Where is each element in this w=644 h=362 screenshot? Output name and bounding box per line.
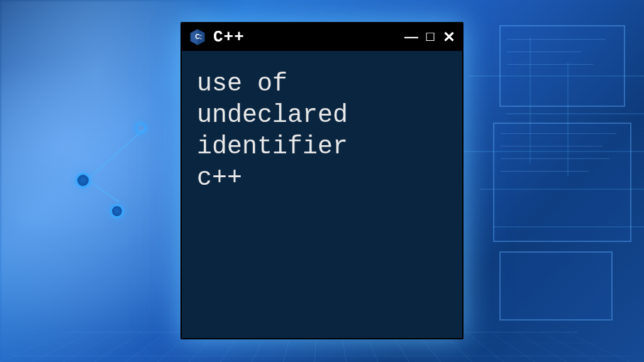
decorative-panel <box>493 123 631 242</box>
network-node <box>75 173 91 188</box>
network-node <box>110 204 124 218</box>
close-button[interactable]: ✕ <box>442 30 456 45</box>
network-node <box>135 123 147 134</box>
window-title: C++ <box>213 28 404 47</box>
maximize-button[interactable]: ☐ <box>423 31 437 43</box>
svg-text:+: + <box>200 37 202 40</box>
decorative-panel <box>499 25 625 107</box>
window-titlebar[interactable]: C + + C++ — ☐ ✕ <box>182 23 462 51</box>
svg-text:C: C <box>195 33 200 40</box>
terminal-window: C + + C++ — ☐ ✕ use of undeclared identi… <box>180 22 464 339</box>
decorative-panel <box>499 251 613 321</box>
cpp-icon: C + + <box>188 28 207 47</box>
window-controls: — ☐ ✕ <box>404 30 456 45</box>
terminal-content: use of undeclared identifier c++ <box>182 51 462 212</box>
minimize-button[interactable]: — <box>404 30 418 44</box>
